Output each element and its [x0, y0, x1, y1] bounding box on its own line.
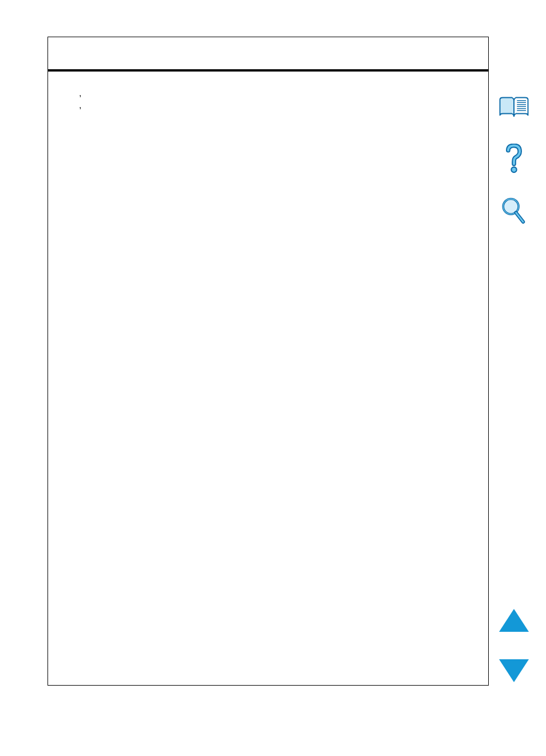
page-up-button[interactable] [499, 609, 529, 632]
comma-mark: , [79, 101, 81, 110]
page-content: , , [48, 72, 488, 130]
sidebar-toolbar [493, 92, 535, 227]
search-button[interactable] [498, 195, 530, 227]
help-button[interactable] [498, 143, 530, 175]
index-entry-1: , [78, 89, 465, 100]
book-icon [498, 94, 530, 121]
page-down-button[interactable] [499, 659, 529, 682]
page-nav [493, 609, 535, 682]
comma-mark: , [79, 89, 81, 98]
toc-button[interactable] [498, 92, 530, 124]
magnifier-icon [500, 196, 528, 225]
question-icon [504, 144, 524, 175]
svg-point-6 [511, 167, 516, 172]
page-header [48, 37, 488, 72]
index-entry-2: , [78, 101, 465, 112]
document-page: , , [48, 37, 489, 686]
svg-line-10 [516, 213, 524, 222]
